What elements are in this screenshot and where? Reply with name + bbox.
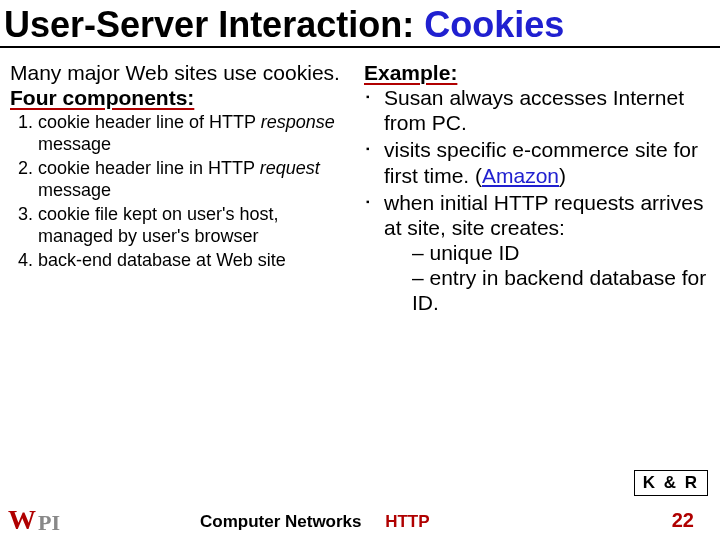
components-list: cookie header line of HTTP response mess… (38, 112, 352, 272)
right-column: Example: Susan always accesses Internet … (360, 60, 710, 318)
bullet-text: when initial HTTP requests arrives at si… (384, 191, 703, 239)
left-column: Many major Web sites use cookies. Four c… (10, 60, 360, 318)
four-components-heading: Four components: (10, 85, 352, 110)
example-bullets: Susan always accesses Internet from PC. … (364, 85, 710, 316)
sub-dashes: unique ID entry in backend database for … (412, 240, 710, 316)
kr-reference-box: K & R (634, 470, 708, 496)
footer-course: Computer Networks (200, 512, 362, 531)
list-item: cookie header line of HTTP response mess… (38, 112, 352, 156)
bullet-text: Susan always accesses Internet from PC. (384, 86, 684, 134)
list-item: cookie header line in HTTP request messa… (38, 158, 352, 202)
list-item: unique ID (412, 240, 710, 265)
li-text: cookie header line in HTTP (38, 158, 260, 178)
list-item: entry in backend database for ID. (412, 265, 710, 315)
logo-pi-letters: PI (38, 512, 60, 534)
dash-text: entry in backend database for ID. (412, 266, 706, 314)
li-italic: response (261, 112, 335, 132)
list-item: visits specific e-commerce site for firs… (364, 137, 710, 187)
footer: WPI Computer Networks HTTP 22 (0, 504, 720, 536)
footer-topic: HTTP (385, 512, 429, 531)
li-text-post: message (38, 180, 111, 200)
title-part-1: User-Server Interaction: (4, 4, 414, 45)
title-space (414, 4, 424, 45)
li-text: cookie file kept on user's host, managed… (38, 204, 279, 246)
li-text: back-end database at Web site (38, 250, 286, 270)
li-italic: request (260, 158, 320, 178)
list-item: cookie file kept on user's host, managed… (38, 204, 352, 248)
example-heading: Example: (364, 60, 710, 85)
list-item: Susan always accesses Internet from PC. (364, 85, 710, 135)
bullet-text-post: ) (559, 164, 566, 187)
page-number: 22 (672, 509, 694, 532)
slide-body: Many major Web sites use cookies. Four c… (0, 48, 720, 318)
logo-w-letter: W (8, 506, 36, 534)
li-text: cookie header line of HTTP (38, 112, 261, 132)
wpi-logo: WPI (8, 506, 60, 534)
li-text-post: message (38, 134, 111, 154)
list-item: back-end database at Web site (38, 250, 352, 272)
title-part-3: Cookies (424, 4, 564, 45)
footer-center: Computer Networks HTTP (200, 512, 430, 532)
amazon-link[interactable]: Amazon (482, 164, 559, 187)
dash-text: unique ID (430, 241, 520, 264)
list-item: when initial HTTP requests arrives at si… (364, 190, 710, 316)
slide: User-Server Interaction: Cookies Many ma… (0, 0, 720, 540)
left-lead: Many major Web sites use cookies. (10, 60, 352, 85)
slide-title: User-Server Interaction: Cookies (0, 0, 720, 48)
